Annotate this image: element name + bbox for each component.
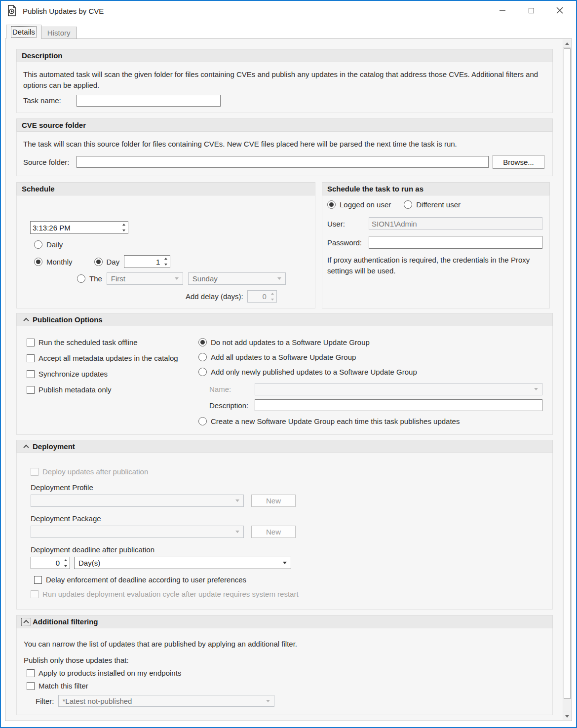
the-label: The: [89, 274, 102, 283]
day-input[interactable]: [124, 256, 162, 268]
collapse-chevron-icon[interactable]: [22, 618, 31, 625]
time-spin-down[interactable]: [120, 228, 128, 233]
vertical-scrollbar[interactable]: [563, 39, 571, 720]
new-package-button: New: [251, 526, 296, 538]
apply-to-products-checkbox[interactable]: [27, 669, 35, 677]
scrollbar-thumb[interactable]: [564, 48, 571, 699]
tab-history[interactable]: History: [41, 27, 77, 39]
different-user-radio[interactable]: [404, 200, 412, 209]
section-run-as-header: Schedule the task to run as: [322, 182, 550, 195]
different-user-label: Different user: [416, 200, 461, 209]
scroll-up-button[interactable]: [563, 39, 571, 48]
tab-details[interactable]: Details: [6, 25, 41, 39]
dropdown-arrow-icon: [235, 531, 239, 533]
deploy-after-publication-checkbox: [31, 468, 38, 476]
dropdown-arrow-icon: [277, 277, 281, 280]
delay-input: [248, 291, 269, 302]
section-additional-filtering: Additional filtering You can narrow the …: [16, 615, 553, 715]
sug-name-combo: [255, 383, 542, 395]
description-text: This automated task will scan the given …: [23, 69, 546, 91]
deadline-spinner: [31, 557, 70, 569]
logged-on-user-label: Logged on user: [340, 200, 391, 209]
match-filter-checkbox[interactable]: [27, 682, 35, 690]
section-schedule-header: Schedule: [16, 182, 315, 195]
time-input[interactable]: [31, 222, 120, 233]
minimize-icon: [500, 10, 505, 11]
sug-description-input[interactable]: [255, 399, 542, 411]
user-input: [369, 217, 542, 230]
section-filtering-header: Additional filtering: [16, 615, 553, 628]
delay-enforcement-checkbox[interactable]: [34, 576, 42, 584]
run-offline-checkbox[interactable]: [27, 339, 35, 346]
section-description-header: Description: [16, 49, 553, 62]
deadline-spin-up[interactable]: [62, 557, 70, 563]
monthly-radio[interactable]: [34, 258, 42, 266]
window-title: Publish Updates by CVE: [23, 7, 104, 15]
week-day-combo[interactable]: Sunday: [188, 272, 286, 285]
monthly-the-radio[interactable]: [77, 274, 85, 283]
publish-only-label: Publish only those updates that:: [24, 656, 552, 664]
day-spin-up[interactable]: [162, 256, 170, 262]
logged-on-user-radio[interactable]: [327, 200, 336, 209]
delay-spin-up: [269, 291, 276, 297]
deadline-input[interactable]: [31, 557, 62, 569]
sug-description-label: Description:: [209, 401, 255, 410]
collapse-chevron-icon[interactable]: [22, 316, 31, 323]
minimize-button[interactable]: [488, 1, 517, 20]
section-publication-header: Publication Options: [16, 313, 553, 326]
day-label: Day: [107, 258, 120, 266]
section-cve-source-header: CVE source folder: [16, 118, 553, 132]
task-name-input[interactable]: [77, 95, 221, 107]
delay-spinner: [247, 290, 277, 303]
new-profile-button: New: [251, 495, 296, 507]
daily-radio[interactable]: [34, 240, 42, 249]
time-spin-up[interactable]: [120, 222, 128, 228]
scroll-up-icon: [565, 42, 569, 45]
deadline-unit-combo[interactable]: Day(s): [74, 557, 291, 569]
deadline-spin-down[interactable]: [62, 563, 70, 569]
cve-source-text: The task will scan this source folder fo…: [23, 139, 546, 150]
deployment-deadline-label: Deployment deadline after publication: [31, 545, 552, 554]
section-schedule: Schedule Daily: [16, 182, 315, 308]
publish-task-icon: [7, 5, 17, 17]
monthly-day-radio[interactable]: [94, 258, 103, 266]
section-description: Description This automated task will sca…: [16, 49, 553, 113]
dropdown-arrow-icon: [235, 499, 239, 502]
deployment-package-label: Deployment Package: [31, 514, 552, 523]
checkbox-row: Publish metadata only: [27, 385, 198, 394]
checkbox-row: Run the scheduled task offline: [27, 338, 198, 346]
source-folder-label: Source folder:: [23, 158, 77, 166]
monthly-label: Monthly: [46, 258, 73, 266]
day-spin-down[interactable]: [162, 262, 170, 268]
week-ordinal-combo[interactable]: First: [107, 272, 183, 285]
collapse-chevron-icon[interactable]: [22, 443, 31, 450]
add-new-sug-radio[interactable]: [198, 368, 207, 376]
user-label: User:: [327, 220, 369, 228]
accept-metadata-checkbox[interactable]: [27, 354, 35, 362]
no-add-sug-radio[interactable]: [198, 338, 207, 346]
maximize-icon: [529, 8, 534, 13]
dropdown-arrow-icon: [266, 700, 270, 702]
browse-button[interactable]: Browse...: [493, 155, 544, 169]
section-cve-source: CVE source folder The task will scan thi…: [16, 118, 553, 177]
dropdown-arrow-icon: [175, 277, 179, 280]
checkbox-row: Synchronize updates: [27, 370, 198, 378]
filter-combo: *Latest not-published: [58, 695, 274, 707]
daily-label: Daily: [46, 240, 63, 249]
create-new-sug-radio[interactable]: [198, 417, 207, 425]
password-input[interactable]: [369, 236, 542, 249]
maximize-button[interactable]: [517, 1, 545, 20]
synchronize-updates-checkbox[interactable]: [27, 370, 35, 378]
close-button[interactable]: [545, 1, 574, 20]
deployment-package-combo: [31, 526, 244, 538]
dropdown-arrow-icon: [283, 562, 287, 564]
details-tab-panel: Description This automated task will sca…: [5, 38, 572, 721]
scroll-down-button[interactable]: [563, 712, 571, 720]
publish-metadata-only-checkbox[interactable]: [27, 386, 35, 394]
source-folder-input[interactable]: [77, 156, 489, 168]
time-spinner: [30, 221, 128, 234]
section-deployment-header: Deployment: [16, 440, 553, 453]
run-evaluation-cycle-checkbox: [31, 590, 38, 598]
tab-strip: Details History: [6, 26, 77, 39]
add-all-sug-radio[interactable]: [198, 353, 207, 361]
